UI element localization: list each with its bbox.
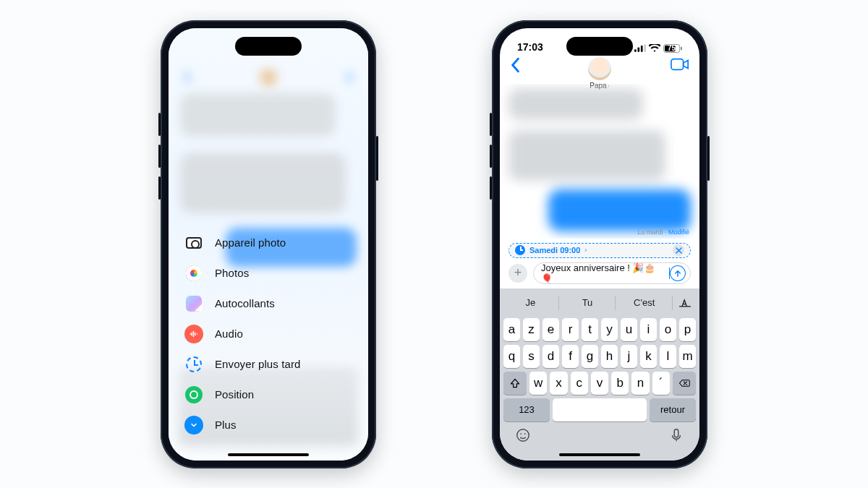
attachment-menu-label: Autocollants <box>215 297 275 309</box>
prediction-suggestion[interactable]: Je <box>502 291 559 314</box>
key[interactable]: j <box>621 345 637 368</box>
attachment-menu-label: Appareil photo <box>215 236 286 249</box>
chevron-right-icon: › <box>584 247 587 254</box>
attachment-menu-stickers[interactable]: Autocollants <box>184 288 352 319</box>
attachment-menu-location[interactable]: Position <box>184 380 352 410</box>
dynamic-island <box>235 37 302 56</box>
prediction-suggestion[interactable]: Tu <box>559 291 616 314</box>
delete-key[interactable] <box>673 372 696 395</box>
svg-point-10 <box>524 433 526 435</box>
facetime-button[interactable] <box>671 57 689 74</box>
wifi-icon <box>649 44 660 53</box>
key[interactable]: e <box>542 318 559 341</box>
add-attachment-button[interactable]: + <box>509 264 527 283</box>
home-indicator[interactable] <box>228 453 309 456</box>
back-button[interactable] <box>510 57 520 76</box>
svg-rect-3 <box>644 45 646 53</box>
camera-icon <box>184 234 203 252</box>
svg-rect-7 <box>671 59 684 69</box>
audio-icon <box>184 325 203 343</box>
key[interactable]: w <box>529 372 547 395</box>
attachment-menu-more[interactable]: Plus <box>184 410 352 440</box>
compose-bar: + Joyeux anniversaire ! 🎉🎂🎈 <box>500 261 699 288</box>
prediction-bar: Je Tu C'est <box>502 291 697 314</box>
key[interactable]: t <box>582 318 598 341</box>
numbers-key[interactable]: 123 <box>503 398 550 421</box>
return-key[interactable]: retour <box>650 398 696 421</box>
send-button[interactable] <box>670 265 686 281</box>
phone-right: 17:03 75 Papa› <box>492 20 707 468</box>
photos-icon <box>184 264 203 283</box>
clock-dashed-icon <box>184 355 203 374</box>
space-key[interactable] <box>553 398 647 421</box>
key[interactable]: h <box>601 345 618 368</box>
key-row-4: 123 retour <box>503 398 696 421</box>
attachment-menu-photos[interactable]: Photos <box>184 258 352 288</box>
message-input[interactable]: Joyeux anniversaire ! 🎉🎂🎈 <box>533 262 691 284</box>
keyboard: Je Tu C'est a z e r t y u i o p q <box>500 288 699 461</box>
attachment-menu-label: Audio <box>215 328 243 340</box>
message-text: Joyeux anniversaire ! 🎉🎂🎈 <box>541 262 666 284</box>
phone-left: Appareil photo Photos Autocollants Audio… <box>161 20 376 468</box>
autocorrect-toggle[interactable] <box>673 291 697 314</box>
key[interactable]: a <box>503 318 520 341</box>
attachment-menu-send-later[interactable]: Envoyer plus tard <box>184 349 352 380</box>
key[interactable]: d <box>542 345 559 368</box>
prediction-suggestion[interactable]: C'est <box>616 291 673 314</box>
key[interactable]: i <box>640 318 657 341</box>
chevron-down-icon <box>184 416 203 435</box>
key[interactable]: z <box>523 318 540 341</box>
key[interactable]: r <box>562 318 579 341</box>
key[interactable]: v <box>591 372 608 395</box>
key[interactable]: k <box>640 345 657 368</box>
attachment-menu-audio[interactable]: Audio <box>184 319 352 349</box>
key[interactable]: g <box>582 345 598 368</box>
cellular-icon <box>634 44 646 52</box>
battery-percent: 75 <box>668 44 676 52</box>
dynamic-island <box>566 37 633 56</box>
shift-key[interactable] <box>503 372 527 395</box>
key[interactable]: s <box>523 345 540 368</box>
attachment-menu-label: Photos <box>215 267 249 279</box>
attachment-menu: Appareil photo Photos Autocollants Audio… <box>169 228 368 461</box>
key-row-3: w x c v b n ´ <box>503 372 696 395</box>
attachment-menu-camera[interactable]: Appareil photo <box>184 228 352 258</box>
clock-icon <box>515 245 525 255</box>
key[interactable]: c <box>571 372 588 395</box>
location-icon <box>184 385 203 404</box>
key[interactable]: f <box>562 345 579 368</box>
key[interactable]: p <box>679 318 696 341</box>
emoji-keyboard-button[interactable] <box>515 427 531 446</box>
key[interactable]: l <box>660 345 676 368</box>
key[interactable]: b <box>611 372 629 395</box>
svg-rect-1 <box>637 48 639 52</box>
svg-point-9 <box>520 433 522 435</box>
svg-rect-0 <box>634 50 637 53</box>
key[interactable]: o <box>660 318 676 341</box>
conversation-header: Papa› <box>500 56 699 84</box>
cancel-schedule-button[interactable] <box>673 244 684 256</box>
scheduled-send-label: Samedi 09:00 <box>529 246 580 254</box>
key[interactable]: y <box>601 318 618 341</box>
svg-rect-6 <box>681 47 682 51</box>
key[interactable]: ´ <box>652 372 670 395</box>
read-receipt: Lu mardi · Modifié <box>637 228 689 236</box>
status-time: 17:03 <box>517 41 543 53</box>
key[interactable]: n <box>631 372 649 395</box>
key[interactable]: q <box>503 345 520 368</box>
home-indicator[interactable] <box>559 453 640 456</box>
key[interactable]: m <box>679 345 696 368</box>
attachment-menu-label: Position <box>215 388 254 401</box>
svg-point-8 <box>517 429 529 441</box>
key[interactable]: x <box>550 372 567 395</box>
scheduled-send-chip[interactable]: Samedi 09:00 › <box>509 243 691 258</box>
key-row-1: a z e r t y u i o p <box>503 318 696 341</box>
avatar <box>588 57 611 80</box>
attachment-menu-label: Plus <box>215 419 237 431</box>
key[interactable]: u <box>621 318 637 341</box>
dictation-button[interactable] <box>668 427 684 446</box>
conversation-scroll[interactable]: Lu mardi · Modifié <box>500 84 699 239</box>
key-row-2: q s d f g h j k l m <box>503 345 696 368</box>
stickers-icon <box>184 294 203 313</box>
svg-rect-2 <box>641 46 643 52</box>
